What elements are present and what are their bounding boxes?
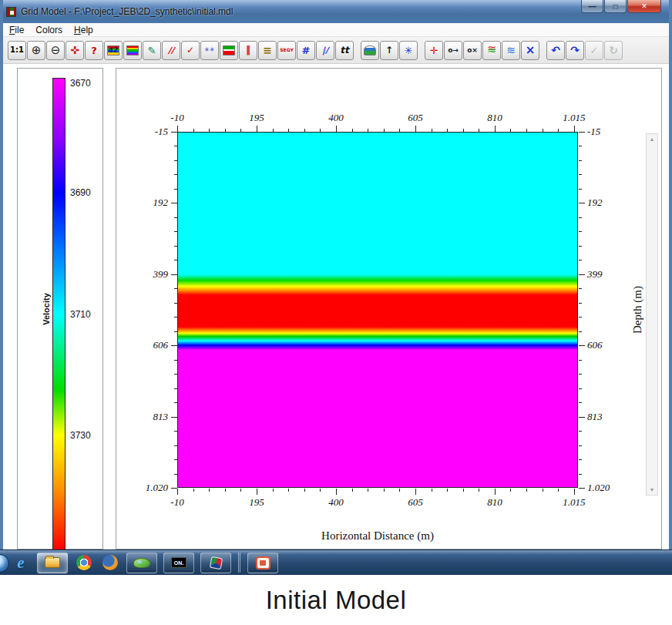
taskbar-model-app[interactable]: [200, 553, 231, 573]
menu-colors[interactable]: Colors: [35, 25, 62, 35]
close-button[interactable]: ×: [627, 0, 661, 13]
x-axis-label-top: 810: [472, 112, 518, 124]
toolbar-button-query[interactable]: ?: [85, 41, 103, 60]
toolbar-button-segy-import[interactable]: SEGY: [277, 41, 296, 60]
toolbar-button-close-view[interactable]: ×: [521, 41, 539, 60]
toolbar-button-smooth-model[interactable]: ✳✳: [200, 41, 219, 60]
caption-area: Initial Model: [0, 575, 672, 625]
x-axis-tick-top: [225, 129, 226, 132]
plot-wrap: Horizontal Distance (m) Depth (m) ▲ ▼ -1…: [116, 69, 661, 549]
taskbar-firefox[interactable]: [100, 553, 120, 573]
scroll-up-icon[interactable]: ▲: [650, 134, 655, 144]
toolbar-button-grid-values[interactable]: 42: [104, 41, 123, 60]
flow-arrows-icon: tt: [340, 45, 348, 55]
x-axis-tick-bottom: [526, 489, 527, 492]
y-axis-tick-right: [579, 132, 585, 133]
toolbar-button-zoom-out[interactable]: ⊖: [46, 41, 65, 60]
y-axis-tick-left: [174, 474, 177, 475]
toolbar-button-velocity-bars[interactable]: ‖: [239, 41, 257, 60]
toolbar-button-snap-node[interactable]: ✛: [425, 41, 443, 60]
grid-values-icon: 42: [109, 47, 119, 54]
taskbar-command-window[interactable]: ON.: [163, 553, 194, 573]
x-axis-tick-bottom: [177, 489, 178, 495]
y-axis-tick-right: [579, 303, 582, 304]
x-axis-tick-bottom: [240, 489, 241, 492]
taskbar-screen-capture[interactable]: [247, 553, 278, 573]
toolbar-button-delete-node[interactable]: ✳: [399, 41, 418, 60]
x-axis-label-top: 1.015: [551, 112, 597, 124]
titlebar[interactable]: Grid Model - F:\Project_JEB\2D_synthetic…: [3, 0, 669, 23]
x-axis-tick-top: [336, 126, 337, 132]
x-axis-tick-top: [177, 126, 178, 132]
toolbar-button-color-palette[interactable]: [123, 41, 142, 60]
y-axis-tick-left: [174, 317, 177, 318]
velocity-model-image[interactable]: [177, 132, 578, 488]
x-axis-title: Horizontal Distance (m): [177, 529, 578, 543]
maximize-button[interactable]: □: [604, 0, 627, 13]
toolbar-button-horizon-waves[interactable]: ≋: [502, 41, 520, 60]
menu-help[interactable]: Help: [74, 25, 93, 35]
toolbar-button-actual-size[interactable]: 1:1: [8, 41, 26, 60]
horizon-icon: [364, 45, 376, 55]
toolbar-button-undo[interactable]: ↶: [546, 41, 565, 60]
taskbar: eON.: [0, 549, 672, 575]
y-axis-tick-left: [171, 274, 177, 275]
minimize-button[interactable]: —: [581, 0, 603, 13]
y-axis-tick-left: [174, 160, 177, 161]
y-axis-label-right: 1.020: [587, 482, 626, 494]
x-axis-tick-bottom: [432, 489, 432, 492]
screenshot-root: Grid Model - F:\Project_JEB\2D_synthetic…: [0, 0, 672, 625]
y-axis-label-left: 1.020: [134, 482, 168, 494]
x-axis-tick-top: [495, 126, 496, 132]
toolbar-button-redo[interactable]: ↷: [566, 41, 584, 60]
taskbar-start-orb[interactable]: [0, 554, 9, 573]
y-axis-tick-left: [174, 260, 177, 260]
x-axis-tick-bottom: [384, 489, 385, 492]
x-axis-tick-bottom: [495, 489, 496, 495]
plot-panel: Horizontal Distance (m) Depth (m) ▲ ▼ -1…: [116, 68, 662, 549]
y-axis-tick-right: [579, 488, 585, 489]
scroll-down-icon[interactable]: ▼: [650, 485, 655, 495]
toolbar-button-polyline[interactable]: |/: [316, 41, 334, 60]
x-axis-tick-top: [352, 129, 353, 132]
y-axis-tick-right: [579, 331, 582, 332]
draw-boundary-icon: ✎: [148, 45, 156, 55]
toolbar-button-delete-point[interactable]: o×: [463, 41, 482, 60]
delete-node-icon: ✳: [405, 45, 413, 55]
taskbar-internet-explorer[interactable]: e: [11, 553, 31, 573]
taskbar-windows-explorer[interactable]: [37, 553, 68, 573]
taskbar-chrome[interactable]: [74, 553, 94, 573]
toolbar-button-draw-line[interactable]: //: [162, 41, 180, 60]
delete-point-icon: o×: [467, 47, 478, 54]
y-axis-label-left: 192: [134, 197, 168, 209]
toolbar-button-layer-lines[interactable]: ≡: [258, 41, 277, 60]
toolbar-button-horizon[interactable]: [361, 41, 379, 60]
seismic-app-icon: [133, 558, 150, 568]
y-axis-tick-right: [579, 246, 582, 247]
toolbar-button-layer-fill[interactable]: [220, 41, 238, 60]
toolbar-button-move-point[interactable]: o→: [444, 41, 462, 60]
x-axis-label-top: -10: [154, 112, 200, 124]
maximize-icon: □: [613, 2, 617, 11]
toolbar-button-grid-toggle[interactable]: #: [297, 41, 315, 60]
vertical-scrollbar[interactable]: ▲ ▼: [646, 133, 658, 496]
y-axis-tick-left: [174, 331, 177, 332]
toolbar-button-velocity-curves[interactable]: ≈: [482, 41, 501, 60]
velocity-curves-icon: ≈: [487, 45, 496, 55]
toolbar-button-draw-boundary[interactable]: ✎: [143, 41, 161, 60]
x-axis-tick-bottom: [225, 489, 226, 492]
color-palette-icon: [126, 45, 139, 55]
colorbar-tick-3710: 3710: [70, 309, 102, 320]
x-axis-tick-top: [273, 129, 274, 132]
toolbar-button-shift-layer[interactable]: ↑: [380, 41, 398, 60]
x-axis-tick-top: [479, 129, 479, 132]
menu-file[interactable]: File: [9, 25, 24, 35]
y-axis-tick-left: [174, 303, 177, 304]
toolbar-button-zoom-in[interactable]: ⊕: [27, 41, 45, 60]
draw-line-icon: //: [168, 46, 174, 55]
toolbar-button-pan[interactable]: ✜: [66, 41, 84, 60]
taskbar-seismic-app[interactable]: [126, 553, 157, 573]
toolbar-button-flow-arrows[interactable]: tt: [335, 41, 354, 60]
x-axis-tick-bottom: [352, 489, 353, 492]
toolbar-button-pick-line[interactable]: ✓: [181, 41, 200, 60]
